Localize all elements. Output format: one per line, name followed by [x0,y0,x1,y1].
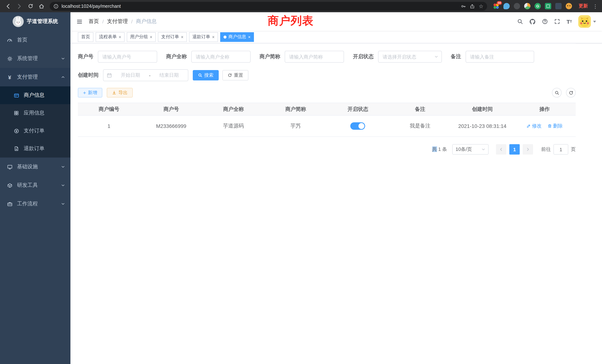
date-separator: - [149,73,151,78]
close-icon[interactable]: × [150,35,152,39]
status-select[interactable] [378,51,442,63]
goto-label: 前往 [541,146,551,153]
sidebar-item-infrastructure[interactable]: 基础设施 [0,158,70,176]
close-icon[interactable]: × [181,35,183,39]
annotation-merchant-list: 商户列表 [268,13,314,29]
tab-home[interactable]: 首页 [78,32,93,42]
extension-icon-5[interactable]: G [535,3,541,9]
browser-back-button[interactable] [3,1,13,11]
calendar-icon [107,73,112,78]
site-info-icon[interactable] [53,3,59,9]
full-name-label: 商户全称 [166,53,187,60]
status-toggle[interactable] [351,122,365,130]
sidebar-item-label: 退款订单 [24,145,44,152]
add-button[interactable]: + 新增 [78,88,102,97]
sidebar-item-devtools[interactable]: 研发工具 [0,176,70,195]
breadcrumb-home[interactable]: 首页 [89,18,99,25]
breadcrumb: 首页 / 支付管理 / 商户信息 [89,18,157,25]
page-size-select[interactable]: 10条/页 [452,144,489,155]
sidebar-item-app-info[interactable]: 应用信息 [0,104,70,122]
sidebar: 芋道管理系统 首页 系统管理 ¥ 支付管理 [0,12,70,364]
merchant-no-input[interactable] [98,51,157,63]
sidebar-item-pay-order[interactable]: 支付订单 [0,122,70,140]
sidebar-item-refund-order[interactable]: 退款订单 [0,140,70,158]
cell-full-name: 芋道源码 [202,116,265,137]
extension-icon-7[interactable] [555,3,562,9]
extension-icon-1[interactable]: 10 [493,3,499,9]
date-start-placeholder[interactable]: 开始日期 [115,72,146,79]
github-icon[interactable] [529,18,536,25]
next-page-button[interactable] [523,144,533,155]
full-name-input[interactable] [191,51,251,63]
reset-button[interactable]: 重置 [222,70,248,80]
tab-pay-order[interactable]: 支付订单 × [158,32,187,42]
tab-merchant-info[interactable]: 商户信息 × [220,32,254,42]
screen: localhost:1024/pay/merchant ☆ 10 G [0,0,602,364]
date-end-placeholder[interactable]: 结束日期 [153,72,185,79]
show-search-toggle-button[interactable] [552,88,562,97]
sidebar-item-system[interactable]: 系统管理 [0,49,70,68]
short-name-input[interactable] [285,51,344,63]
browser-reload-button[interactable] [25,1,36,11]
close-icon[interactable]: × [212,35,215,39]
extension-icon-8[interactable] [566,3,572,9]
hamburger-icon[interactable] [76,18,83,25]
search-button[interactable]: 搜索 [193,70,219,80]
avatar-image [578,15,591,28]
grid-icon [13,110,19,116]
breadcrumb-section[interactable]: 支付管理 [107,18,128,25]
password-key-icon[interactable] [461,3,466,9]
refresh-table-button[interactable] [566,88,576,97]
help-icon[interactable] [542,19,548,24]
delete-link[interactable]: 删除 [548,123,563,129]
edit-pen-icon [526,124,531,128]
sidebar-item-merchant-info[interactable]: 商户信息 [0,86,70,104]
extension-icon-3[interactable] [514,3,520,9]
user-avatar[interactable] [578,15,596,28]
breadcrumb-current: 商户信息 [136,18,157,25]
bookmark-star-icon[interactable]: ☆ [479,3,483,9]
fullscreen-icon[interactable] [554,19,560,24]
chevron-down-icon [61,202,65,206]
breadcrumb-separator: / [131,19,133,24]
share-icon[interactable] [470,3,475,9]
sidebar-item-label: 系统管理 [17,55,38,62]
browser-toolbar: localhost:1024/pay/merchant ☆ 10 G [0,0,602,12]
app-logo[interactable]: 芋道管理系统 [0,12,70,31]
cell-status [327,116,389,137]
export-button[interactable]: 导出 [107,88,133,97]
browser-home-button[interactable] [36,1,47,11]
address-bar[interactable]: localhost:1024/pay/merchant ☆ [50,2,487,11]
tab-user-group[interactable]: 用户分组 × [127,32,156,42]
close-icon[interactable]: × [119,35,121,39]
create-time-label: 创建时间 [78,72,99,79]
sidebar-item-payment[interactable]: ¥ 支付管理 [0,68,70,86]
edit-link[interactable]: 修改 [526,123,542,129]
tab-process-form[interactable]: 流程表单 × [96,32,125,42]
page-number-1[interactable]: 1 [509,144,520,155]
table-header-row: 商户编号 商户号 商户全称 商户简称 开启状态 备注 创建时间 操作 [78,103,576,116]
table-row: 1 M233666999 芋道源码 芋艿 我是备注 2021-10-23 08:… [78,116,576,137]
create-time-range-picker[interactable]: 开始日期 - 结束日期 [103,69,188,81]
browser-forward-button[interactable] [14,1,24,11]
goto-page-input[interactable] [553,144,568,155]
font-size-icon[interactable]: TT [567,19,572,24]
browser-menu-icon[interactable]: ⋮ [592,3,599,9]
filter-row-1: 商户号 商户全称 商户简称 开启状态 [78,51,576,63]
tab-refund-order[interactable]: 退款订单 × [189,32,218,42]
close-icon[interactable]: × [248,35,251,39]
chevron-down-icon [61,56,65,61]
extension-icon-4[interactable] [524,3,530,9]
search-icon[interactable] [517,19,523,24]
chevron-down-icon [61,165,65,169]
sidebar-item-workflow[interactable]: 工作流程 [0,195,70,213]
browser-update-button[interactable]: 更新 [576,2,591,10]
extension-icon-6[interactable] [545,3,551,9]
status-label: 开启状态 [353,53,374,60]
prev-page-button[interactable] [496,144,506,155]
chevron-down-icon [481,147,486,152]
sidebar-item-home[interactable]: 首页 [0,31,70,49]
extension-icon-2[interactable] [503,3,510,9]
sidebar-item-label: 基础设施 [17,163,38,170]
remark-input[interactable] [466,51,534,63]
